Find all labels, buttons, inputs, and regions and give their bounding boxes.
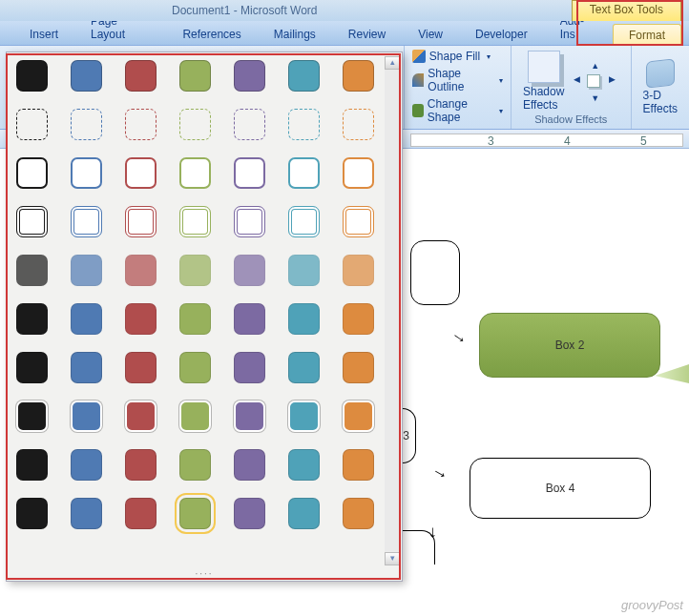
- style-swatch-center-gradient-olive[interactable]: [179, 449, 211, 481]
- style-swatch-solid-outlined-olive[interactable]: [179, 400, 211, 432]
- nudge-down-icon[interactable]: ▼: [591, 93, 599, 103]
- style-swatch-solid-blue[interactable]: [71, 60, 102, 92]
- style-swatch-dashed-red[interactable]: [125, 109, 157, 140]
- style-swatch-metallic-red[interactable]: [125, 303, 157, 335]
- flow-box-partial[interactable]: [410, 240, 460, 305]
- three-d-effects-button[interactable]: 3-D Effects: [637, 58, 683, 117]
- style-swatch-glass-teal[interactable]: [288, 352, 320, 383]
- style-swatch-center-gradient-blue[interactable]: [71, 449, 102, 481]
- tab-references[interactable]: References: [166, 23, 257, 45]
- style-swatch-glass-black[interactable]: [16, 352, 48, 383]
- tab-review[interactable]: Review: [332, 23, 402, 45]
- nudge-up-icon[interactable]: ▲: [591, 61, 599, 71]
- style-swatch-center-gradient-teal[interactable]: [288, 449, 320, 481]
- style-swatch-outline-orange[interactable]: [343, 157, 374, 189]
- arrow-icon: →: [423, 524, 443, 542]
- style-swatch-solid-outlined-black[interactable]: [16, 400, 48, 432]
- style-swatch-outline-teal[interactable]: [288, 157, 320, 189]
- ruler-bar[interactable]: 3 4 5: [410, 133, 683, 147]
- style-swatch-metallic-teal[interactable]: [288, 303, 320, 335]
- style-swatch-solid-purple[interactable]: [234, 60, 265, 92]
- style-swatch-dashed-olive[interactable]: [179, 109, 211, 140]
- style-swatch-center-gradient-black[interactable]: [16, 449, 48, 481]
- style-swatch-solid-teal[interactable]: [288, 60, 320, 92]
- style-swatch-metallic-orange[interactable]: [343, 303, 374, 335]
- style-swatch-selected[interactable]: [179, 498, 211, 529]
- style-row: [16, 498, 400, 529]
- style-swatch-double-outline-teal[interactable]: [288, 206, 320, 237]
- style-swatch-solid-olive[interactable]: [179, 60, 211, 92]
- style-swatch-light-gradient-blue[interactable]: [71, 255, 102, 286]
- style-swatch-solid-outlined-teal[interactable]: [288, 400, 320, 432]
- style-swatch-double-outline-olive[interactable]: [179, 206, 211, 237]
- tab-format[interactable]: Format: [613, 24, 681, 46]
- style-swatch-solid-outlined-blue[interactable]: [71, 400, 102, 432]
- style-swatch-glass-purple[interactable]: [234, 352, 265, 383]
- shadow-nudge-center[interactable]: [587, 74, 600, 88]
- style-swatch-center-gradient-purple[interactable]: [234, 449, 265, 481]
- style-swatch-glossy-orange[interactable]: [343, 498, 374, 529]
- style-swatch-light-gradient-black[interactable]: [16, 255, 48, 286]
- style-swatch-glass-olive[interactable]: [179, 352, 211, 383]
- shadow-effects-button[interactable]: Shadow Effects: [517, 49, 570, 113]
- style-swatch-outline-red[interactable]: [125, 157, 157, 189]
- style-swatch-metallic-olive[interactable]: [179, 303, 211, 335]
- style-swatch-glossy-black[interactable]: [16, 498, 48, 529]
- tab-insert[interactable]: Insert: [13, 23, 74, 45]
- style-swatch-light-gradient-olive[interactable]: [179, 255, 211, 286]
- style-swatch-outline-blue[interactable]: [71, 157, 102, 189]
- flow-box-2[interactable]: Box 2: [479, 313, 660, 378]
- style-swatch-solid-outlined-red[interactable]: [125, 400, 157, 432]
- style-swatch-dashed-purple[interactable]: [234, 109, 265, 140]
- style-swatch-glass-blue[interactable]: [71, 352, 102, 383]
- style-swatch-metallic-black[interactable]: [16, 303, 48, 335]
- style-swatch-glossy-blue[interactable]: [71, 498, 102, 529]
- style-swatch-light-gradient-orange[interactable]: [343, 255, 374, 286]
- resize-handle-icon[interactable]: ····: [195, 568, 213, 579]
- shape-fill-button[interactable]: Shape Fill: [410, 48, 492, 65]
- style-swatch-dashed-teal[interactable]: [288, 109, 320, 140]
- shape-outline-button[interactable]: Shape Outline: [410, 65, 505, 95]
- style-swatch-dashed-orange[interactable]: [343, 109, 374, 140]
- style-swatch-glass-red[interactable]: [125, 352, 157, 383]
- style-swatch-outline-purple[interactable]: [234, 157, 265, 189]
- scroll-down-button[interactable]: ▾: [385, 552, 400, 565]
- style-swatch-outline-olive[interactable]: [179, 157, 211, 189]
- style-swatch-solid-outlined-orange[interactable]: [343, 400, 374, 432]
- style-swatch-glossy-purple[interactable]: [234, 498, 265, 529]
- style-swatch-double-outline-orange[interactable]: [343, 206, 374, 237]
- style-swatch-center-gradient-orange[interactable]: [343, 449, 374, 481]
- style-swatch-glossy-teal[interactable]: [288, 498, 320, 529]
- gallery-scrollbar[interactable]: ▴ ▾: [385, 56, 400, 565]
- shadow-nudge-pad[interactable]: ▲ ▼ ◀ ▶: [572, 63, 616, 99]
- style-swatch-dashed-black[interactable]: [16, 109, 48, 140]
- change-shape-button[interactable]: Change Shape: [410, 95, 505, 126]
- style-swatch-glass-orange[interactable]: [343, 352, 374, 383]
- style-swatch-double-outline-red[interactable]: [125, 206, 157, 237]
- style-swatch-solid-black[interactable]: [16, 60, 48, 92]
- style-swatch-dashed-blue[interactable]: [71, 109, 102, 140]
- style-swatch-solid-red[interactable]: [125, 60, 157, 92]
- style-swatch-double-outline-blue[interactable]: [71, 206, 102, 237]
- style-swatch-solid-orange[interactable]: [343, 60, 374, 92]
- scroll-up-button[interactable]: ▴: [385, 56, 400, 70]
- tab-mailings[interactable]: Mailings: [258, 23, 332, 45]
- flow-box-4[interactable]: Box 4: [470, 458, 651, 519]
- style-swatch-light-gradient-purple[interactable]: [234, 255, 265, 286]
- style-swatch-solid-outlined-purple[interactable]: [234, 400, 265, 432]
- nudge-right-icon[interactable]: ▶: [609, 74, 616, 84]
- style-swatch-center-gradient-red[interactable]: [125, 449, 157, 481]
- style-swatch-double-outline-purple[interactable]: [234, 206, 265, 237]
- style-swatch-outline-black[interactable]: [16, 157, 48, 189]
- style-swatch-double-outline-black[interactable]: [16, 206, 48, 237]
- tab-developer[interactable]: Developer: [459, 23, 544, 45]
- nudge-left-icon[interactable]: ◀: [574, 74, 580, 84]
- style-swatch-metallic-purple[interactable]: [234, 303, 265, 335]
- style-swatch-metallic-blue[interactable]: [71, 303, 102, 335]
- style-swatch-light-gradient-teal[interactable]: [288, 255, 320, 286]
- style-swatch-glossy-red[interactable]: [125, 498, 157, 529]
- style-swatch-light-gradient-red[interactable]: [125, 255, 157, 286]
- style-swatch-glossy-olive[interactable]: [179, 498, 211, 529]
- document-canvas[interactable]: → Box 2 3 → Box 4 →: [401, 151, 689, 606]
- tab-view[interactable]: View: [402, 23, 459, 45]
